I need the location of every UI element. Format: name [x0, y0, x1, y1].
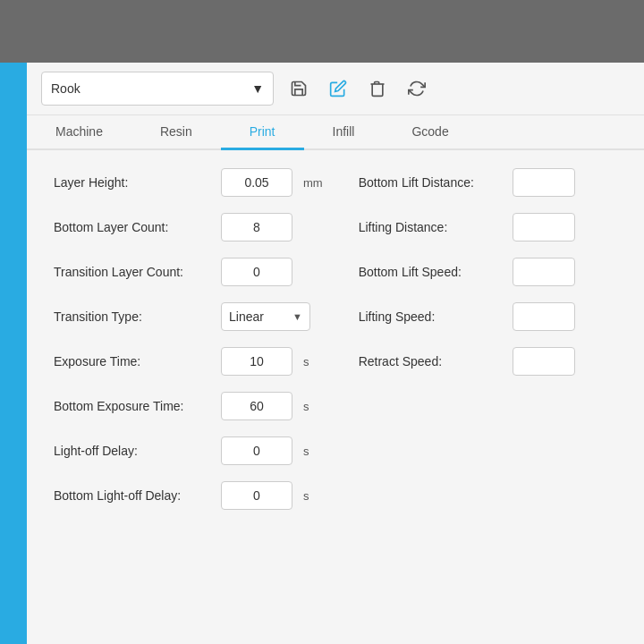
transition-type-value: Linear — [229, 309, 264, 324]
exposure-time-row: Exposure Time: s — [54, 347, 323, 376]
save-button[interactable] — [283, 72, 315, 105]
bottom-lift-speed-input[interactable] — [513, 258, 575, 286]
tab-gcode[interactable]: Gcode — [383, 115, 477, 150]
top-bar — [0, 0, 644, 63]
left-sidebar — [0, 63, 27, 644]
edit-button[interactable] — [322, 72, 354, 105]
tab-machine[interactable]: Machine — [27, 115, 131, 150]
bottom-layer-count-label: Bottom Layer Count: — [54, 220, 210, 234]
lifting-distance-input[interactable] — [513, 213, 575, 242]
profile-dropdown[interactable]: Rook ▼ — [41, 72, 274, 106]
right-form-column: Bottom Lift Distance: Lifting Distance: … — [359, 168, 617, 626]
lifting-speed-label: Lifting Speed: — [359, 309, 502, 324]
bottom-light-off-delay-label: Bottom Light-off Delay: — [54, 488, 210, 503]
lifting-speed-input[interactable] — [513, 302, 575, 331]
exposure-time-unit: s — [303, 355, 309, 369]
light-off-delay-input[interactable] — [221, 436, 292, 465]
bottom-lift-distance-row: Bottom Lift Distance: — [359, 168, 617, 197]
lifting-speed-row: Lifting Speed: — [359, 302, 617, 331]
bottom-exposure-time-row: Bottom Exposure Time: s — [54, 392, 323, 420]
bottom-lift-speed-label: Bottom Lift Speed: — [359, 265, 502, 279]
layer-height-input[interactable] — [221, 168, 292, 197]
bottom-lift-distance-input[interactable] — [513, 168, 575, 197]
delete-icon — [369, 80, 386, 97]
form-area: Layer Height: mm Bottom Layer Count: Tra… — [27, 150, 644, 644]
bottom-exposure-time-label: Bottom Exposure Time: — [54, 399, 210, 413]
layer-height-row: Layer Height: mm — [54, 168, 323, 197]
bottom-layer-count-row: Bottom Layer Count: — [54, 213, 323, 242]
dropdown-arrow-icon: ▼ — [251, 81, 264, 96]
lifting-distance-row: Lifting Distance: — [359, 213, 617, 242]
toolbar: Rook ▼ — [27, 63, 644, 115]
content-area: Rook ▼ — [27, 63, 644, 644]
retract-speed-row: Retract Speed: — [359, 347, 617, 376]
save-icon — [290, 80, 308, 97]
light-off-delay-row: Light-off Delay: s — [54, 436, 323, 465]
bottom-light-off-delay-input[interactable] — [221, 481, 292, 510]
transition-type-row: Transition Type: Linear ▼ — [54, 302, 323, 331]
main-container: Rook ▼ — [0, 63, 644, 644]
bottom-light-off-delay-row: Bottom Light-off Delay: s — [54, 481, 323, 510]
bottom-light-off-delay-unit: s — [303, 489, 309, 503]
layer-height-label: Layer Height: — [54, 175, 210, 190]
lifting-distance-label: Lifting Distance: — [359, 220, 502, 234]
bottom-layer-count-input[interactable] — [221, 213, 292, 242]
exposure-time-input[interactable] — [221, 347, 292, 376]
transition-type-arrow-icon: ▼ — [292, 311, 302, 322]
bottom-lift-speed-row: Bottom Lift Speed: — [359, 258, 617, 286]
exposure-time-label: Exposure Time: — [54, 354, 210, 369]
refresh-icon — [408, 80, 426, 97]
light-off-delay-label: Light-off Delay: — [54, 444, 210, 458]
refresh-button[interactable] — [401, 72, 433, 105]
transition-layer-count-label: Transition Layer Count: — [54, 265, 210, 279]
tab-resin[interactable]: Resin — [131, 115, 221, 150]
profile-dropdown-value: Rook — [51, 81, 80, 96]
retract-speed-label: Retract Speed: — [359, 354, 502, 369]
transition-layer-count-input[interactable] — [221, 258, 292, 286]
transition-type-dropdown[interactable]: Linear ▼ — [221, 302, 310, 331]
tabs-bar: Machine Resin Print Infill Gcode — [27, 115, 644, 150]
bottom-exposure-time-input[interactable] — [221, 392, 292, 420]
left-form-column: Layer Height: mm Bottom Layer Count: Tra… — [54, 168, 323, 626]
bottom-lift-distance-label: Bottom Lift Distance: — [359, 175, 502, 190]
delete-button[interactable] — [361, 72, 394, 105]
light-off-delay-unit: s — [303, 445, 309, 458]
edit-icon — [329, 80, 347, 97]
transition-layer-count-row: Transition Layer Count: — [54, 258, 323, 286]
retract-speed-input[interactable] — [513, 347, 575, 376]
bottom-exposure-time-unit: s — [303, 400, 309, 413]
tab-infill[interactable]: Infill — [304, 115, 384, 150]
layer-height-unit: mm — [303, 176, 323, 190]
transition-type-label: Transition Type: — [54, 309, 210, 324]
toolbar-icons — [283, 72, 433, 105]
tab-print[interactable]: Print — [221, 115, 304, 150]
